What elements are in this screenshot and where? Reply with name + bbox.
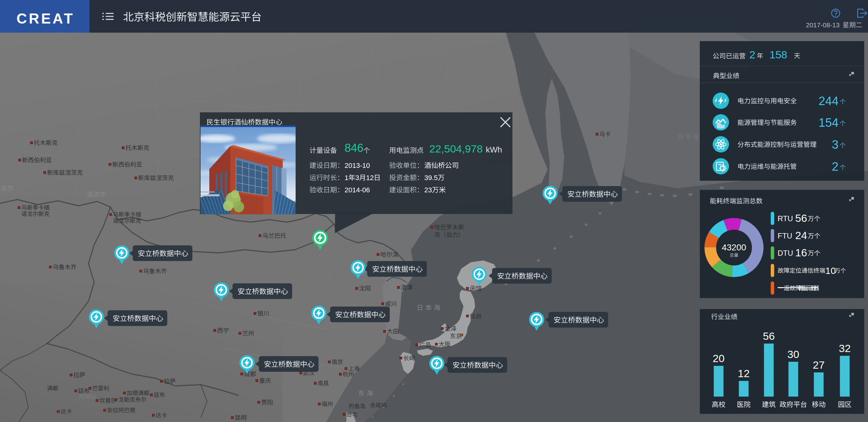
svg-text:32: 32 xyxy=(839,342,851,354)
svg-text:43200: 43200 xyxy=(722,242,746,252)
svg-text:244: 244 xyxy=(819,94,838,108)
svg-text:kWh: kWh xyxy=(486,145,502,154)
svg-text:12: 12 xyxy=(366,174,373,182)
svg-text:20: 20 xyxy=(713,352,724,364)
svg-text:23: 23 xyxy=(424,186,432,194)
svg-text:2: 2 xyxy=(832,160,838,173)
svg-text:FTU: FTU xyxy=(778,232,793,240)
svg-text:22,504,978: 22,504,978 xyxy=(429,143,483,155)
svg-text:10: 10 xyxy=(825,265,836,276)
svg-text:39.5: 39.5 xyxy=(424,174,438,182)
svg-text:56: 56 xyxy=(763,330,775,342)
svg-text:3: 3 xyxy=(355,174,359,182)
svg-text:1: 1 xyxy=(345,174,348,182)
svg-text:158: 158 xyxy=(770,48,787,61)
svg-text:3: 3 xyxy=(832,138,838,151)
svg-text:30: 30 xyxy=(787,348,799,360)
svg-text:154: 154 xyxy=(819,116,838,129)
svg-text:27: 27 xyxy=(813,359,825,371)
svg-text:56: 56 xyxy=(795,212,807,224)
svg-text:12: 12 xyxy=(738,367,750,379)
svg-text:2014-06: 2014-06 xyxy=(345,186,370,194)
svg-text:2017-08-13: 2017-08-13 xyxy=(806,21,839,29)
svg-text:CREAT: CREAT xyxy=(16,10,74,27)
svg-text:DTU: DTU xyxy=(778,249,793,257)
svg-text:2: 2 xyxy=(749,48,755,61)
svg-text:846: 846 xyxy=(345,141,363,154)
svg-text:2013-10: 2013-10 xyxy=(345,162,370,169)
svg-text:24: 24 xyxy=(795,229,807,241)
svg-text:RTU: RTU xyxy=(778,214,793,223)
svg-text:16: 16 xyxy=(795,247,807,259)
